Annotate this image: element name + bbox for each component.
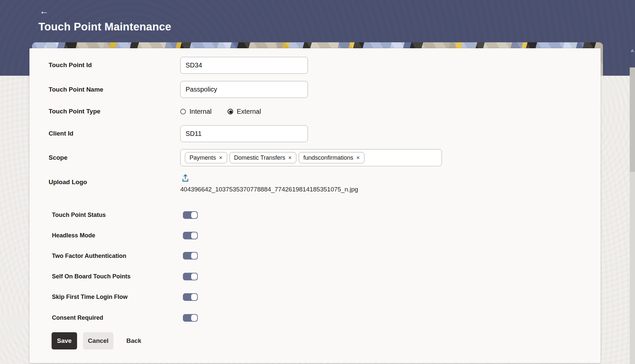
client-id-input[interactable] [180,125,308,142]
chip-remove-icon[interactable]: × [219,155,223,161]
form-card: Touch Point Id Touch Point Name Touch Po… [29,48,601,363]
radio-internal[interactable]: Internal [180,108,212,115]
touch-point-status-toggle[interactable] [183,211,198,219]
radio-external-label: External [237,108,261,115]
self-on-board-touch-points-toggle[interactable] [183,273,198,280]
scope-chip-label: fundsconfirmations [303,154,353,161]
touch-point-id-label: Touch Point Id [49,61,92,69]
scrollbar-thumb[interactable] [630,67,635,172]
page-title: Touch Point Maintenance [38,20,171,33]
chip-remove-icon[interactable]: × [356,155,360,161]
toggle-knob [191,253,197,259]
scope-chip-label: Payments [190,154,216,161]
touch-point-type-radio-group: Internal External [180,107,261,115]
toggle-knob [191,294,197,300]
toggle-knob [191,232,197,239]
two-factor-authentication-toggle[interactable] [183,252,198,260]
scope-input[interactable]: Payments × Domestic Transfers × fundscon… [180,149,442,166]
radio-internal-icon [180,109,186,114]
headless-mode-toggle[interactable] [183,232,198,239]
skip-first-time-login-flow-label: Skip First Time Login Flow [52,293,128,301]
touch-point-name-label: Touch Point Name [49,86,103,94]
skip-first-time-login-flow-toggle[interactable] [183,293,198,301]
scrollbar[interactable] [630,67,635,364]
upload-logo-label: Upload Logo [49,178,87,186]
touch-point-id-input[interactable] [180,57,308,74]
touch-point-status-label: Touch Point Status [52,211,106,219]
chip-remove-icon[interactable]: × [288,155,292,161]
scope-label: Scope [49,154,67,162]
scope-chip: Domestic Transfers × [230,152,297,163]
two-factor-authentication-label: Two Factor Authentication [52,252,126,260]
upload-arrow-icon[interactable] [181,174,190,182]
client-id-label: Client Id [49,130,73,138]
toggle-knob [191,212,197,218]
touch-point-name-input[interactable] [180,81,308,98]
cancel-button[interactable]: Cancel [83,332,113,349]
radio-external-icon [228,109,233,114]
uploaded-file-name: 404396642_1037535370778884_7742619814185… [180,185,358,193]
touch-point-maintenance-screen: ← Touch Point Maintenance Touch Point Id… [0,0,635,364]
touch-point-type-label: Touch Point Type [49,107,101,115]
save-button[interactable]: Save [52,332,77,349]
back-button[interactable]: Back [126,337,141,345]
consent-required-label: Consent Required [52,314,103,322]
scope-chip: Payments × [185,152,227,163]
radio-internal-label: Internal [190,108,212,115]
toggle-knob [191,315,197,321]
scrollbar-up-arrow-icon[interactable] [630,49,634,52]
toggle-knob [191,273,197,280]
back-arrow-icon[interactable]: ← [39,6,51,17]
consent-required-toggle[interactable] [183,314,198,322]
scope-chip: fundsconfirmations × [299,152,364,163]
scope-chip-label: Domestic Transfers [234,154,285,161]
self-on-board-touch-points-label: Self On Board Touch Points [52,272,131,280]
radio-external[interactable]: External [228,108,261,115]
headless-mode-label: Headless Mode [52,231,95,239]
